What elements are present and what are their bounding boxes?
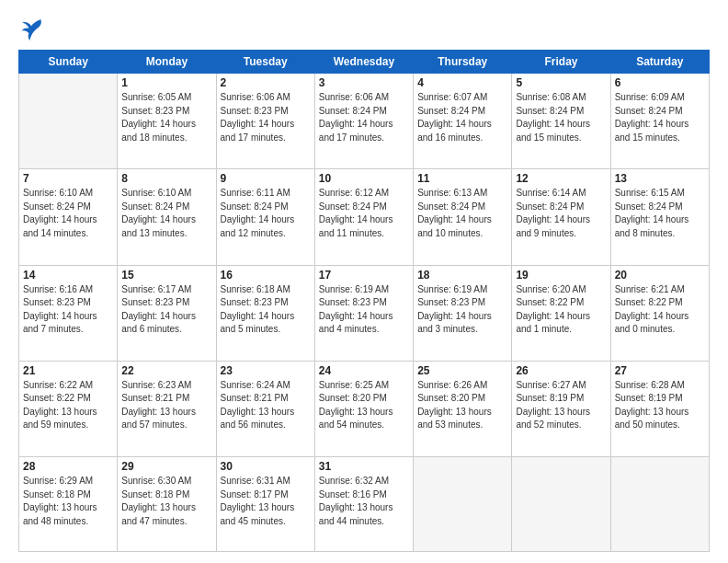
day-info: Sunrise: 6:29 AM Sunset: 8:18 PM Dayligh… [23,475,113,528]
day-info: Sunrise: 6:12 AM Sunset: 8:24 PM Dayligh… [319,187,409,240]
header [18,15,710,40]
day-number: 25 [417,364,507,377]
day-info: Sunrise: 6:21 AM Sunset: 8:22 PM Dayligh… [615,283,705,337]
day-number: 17 [319,269,409,282]
day-number: 26 [516,364,606,377]
day-info: Sunrise: 6:19 AM Sunset: 8:23 PM Dayligh… [417,283,507,337]
day-info: Sunrise: 6:16 AM Sunset: 8:23 PM Dayligh… [23,283,113,337]
calendar-cell: 21Sunrise: 6:22 AM Sunset: 8:22 PM Dayli… [19,361,118,456]
day-info: Sunrise: 6:09 AM Sunset: 8:24 PM Dayligh… [615,91,705,144]
day-number: 31 [319,460,409,473]
calendar-cell: 20Sunrise: 6:21 AM Sunset: 8:22 PM Dayli… [610,265,709,361]
calendar-cell: 17Sunrise: 6:19 AM Sunset: 8:23 PM Dayli… [314,265,413,361]
day-info: Sunrise: 6:23 AM Sunset: 8:21 PM Dayligh… [121,379,211,432]
calendar-cell: 18Sunrise: 6:19 AM Sunset: 8:23 PM Dayli… [414,265,512,361]
day-number: 19 [516,269,606,282]
logo-bird-icon [18,15,44,40]
day-number: 20 [615,269,705,282]
calendar-cell: 9Sunrise: 6:11 AM Sunset: 8:24 PM Daylig… [216,169,314,265]
day-info: Sunrise: 6:08 AM Sunset: 8:24 PM Dayligh… [516,91,606,144]
day-number: 29 [121,460,211,473]
calendar-cell: 14Sunrise: 6:16 AM Sunset: 8:23 PM Dayli… [19,265,118,361]
day-info: Sunrise: 6:14 AM Sunset: 8:24 PM Dayligh… [516,187,606,240]
day-number: 5 [516,76,606,89]
day-info: Sunrise: 6:11 AM Sunset: 8:24 PM Dayligh… [221,187,311,240]
calendar-cell: 12Sunrise: 6:14 AM Sunset: 8:24 PM Dayli… [512,169,610,265]
calendar-cell: 15Sunrise: 6:17 AM Sunset: 8:23 PM Dayli… [118,265,216,361]
day-number: 12 [516,172,606,185]
day-number: 24 [319,364,409,377]
calendar-cell: 5Sunrise: 6:08 AM Sunset: 8:24 PM Daylig… [512,74,610,169]
day-info: Sunrise: 6:20 AM Sunset: 8:22 PM Dayligh… [516,283,606,337]
calendar-cell: 24Sunrise: 6:25 AM Sunset: 8:20 PM Dayli… [314,361,413,456]
day-number: 22 [121,364,211,377]
day-info: Sunrise: 6:24 AM Sunset: 8:21 PM Dayligh… [221,379,311,432]
day-info: Sunrise: 6:27 AM Sunset: 8:19 PM Dayligh… [516,379,606,432]
calendar-cell: 22Sunrise: 6:23 AM Sunset: 8:21 PM Dayli… [118,361,216,456]
calendar-cell: 1Sunrise: 6:05 AM Sunset: 8:23 PM Daylig… [118,74,216,169]
calendar-cell [19,74,118,169]
calendar-cell: 4Sunrise: 6:07 AM Sunset: 8:24 PM Daylig… [414,74,512,169]
weekday-header-row: SundayMondayTuesdayWednesdayThursdayFrid… [19,51,710,74]
calendar-cell: 11Sunrise: 6:13 AM Sunset: 8:24 PM Dayli… [414,169,512,265]
calendar-cell: 19Sunrise: 6:20 AM Sunset: 8:22 PM Dayli… [512,265,610,361]
calendar-cell: 30Sunrise: 6:31 AM Sunset: 8:17 PM Dayli… [216,457,314,552]
weekday-header: Wednesday [314,51,413,74]
calendar-table: SundayMondayTuesdayWednesdayThursdayFrid… [18,50,710,552]
day-info: Sunrise: 6:31 AM Sunset: 8:17 PM Dayligh… [221,475,311,528]
day-info: Sunrise: 6:30 AM Sunset: 8:18 PM Dayligh… [121,475,211,528]
day-info: Sunrise: 6:17 AM Sunset: 8:23 PM Dayligh… [121,283,211,337]
day-info: Sunrise: 6:22 AM Sunset: 8:22 PM Dayligh… [23,379,113,432]
day-number: 9 [221,172,311,185]
day-number: 4 [417,76,507,89]
day-number: 14 [23,269,113,282]
calendar-cell: 28Sunrise: 6:29 AM Sunset: 8:18 PM Dayli… [19,457,118,552]
day-info: Sunrise: 6:26 AM Sunset: 8:20 PM Dayligh… [417,379,507,432]
weekday-header: Tuesday [216,51,314,74]
day-number: 28 [23,460,113,473]
day-info: Sunrise: 6:13 AM Sunset: 8:24 PM Dayligh… [417,187,507,240]
day-info: Sunrise: 6:05 AM Sunset: 8:23 PM Dayligh… [121,91,211,144]
day-number: 30 [221,460,311,473]
calendar-cell [414,457,512,552]
day-number: 3 [319,76,409,89]
weekday-header: Thursday [414,51,512,74]
calendar-cell: 6Sunrise: 6:09 AM Sunset: 8:24 PM Daylig… [610,74,709,169]
calendar-week-row: 28Sunrise: 6:29 AM Sunset: 8:18 PM Dayli… [19,457,710,552]
calendar-cell: 2Sunrise: 6:06 AM Sunset: 8:23 PM Daylig… [216,74,314,169]
day-info: Sunrise: 6:06 AM Sunset: 8:23 PM Dayligh… [221,91,311,144]
calendar-cell: 7Sunrise: 6:10 AM Sunset: 8:24 PM Daylig… [19,169,118,265]
day-number: 2 [221,76,311,89]
day-number: 27 [615,364,705,377]
day-number: 18 [417,269,507,282]
day-number: 8 [121,172,211,185]
calendar-cell: 26Sunrise: 6:27 AM Sunset: 8:19 PM Dayli… [512,361,610,456]
weekday-header: Friday [512,51,610,74]
day-info: Sunrise: 6:10 AM Sunset: 8:24 PM Dayligh… [121,187,211,240]
calendar-cell: 8Sunrise: 6:10 AM Sunset: 8:24 PM Daylig… [118,169,216,265]
calendar-cell: 29Sunrise: 6:30 AM Sunset: 8:18 PM Dayli… [118,457,216,552]
day-info: Sunrise: 6:15 AM Sunset: 8:24 PM Dayligh… [615,187,705,240]
day-info: Sunrise: 6:25 AM Sunset: 8:20 PM Dayligh… [319,379,409,432]
calendar-cell: 13Sunrise: 6:15 AM Sunset: 8:24 PM Dayli… [610,169,709,265]
calendar-cell [512,457,610,552]
calendar-cell: 10Sunrise: 6:12 AM Sunset: 8:24 PM Dayli… [314,169,413,265]
calendar-week-row: 1Sunrise: 6:05 AM Sunset: 8:23 PM Daylig… [19,74,710,169]
day-info: Sunrise: 6:18 AM Sunset: 8:23 PM Dayligh… [221,283,311,337]
calendar-cell: 23Sunrise: 6:24 AM Sunset: 8:21 PM Dayli… [216,361,314,456]
day-info: Sunrise: 6:10 AM Sunset: 8:24 PM Dayligh… [23,187,113,240]
day-number: 10 [319,172,409,185]
weekday-header: Saturday [610,51,709,74]
day-number: 21 [23,364,113,377]
calendar-cell: 16Sunrise: 6:18 AM Sunset: 8:23 PM Dayli… [216,265,314,361]
day-number: 13 [615,172,705,185]
day-number: 11 [417,172,507,185]
day-number: 23 [221,364,311,377]
day-number: 7 [23,172,113,185]
day-number: 6 [615,76,705,89]
calendar-cell: 27Sunrise: 6:28 AM Sunset: 8:19 PM Dayli… [610,361,709,456]
day-info: Sunrise: 6:06 AM Sunset: 8:24 PM Dayligh… [319,91,409,144]
calendar-week-row: 21Sunrise: 6:22 AM Sunset: 8:22 PM Dayli… [19,361,710,456]
day-info: Sunrise: 6:19 AM Sunset: 8:23 PM Dayligh… [319,283,409,337]
calendar-cell: 25Sunrise: 6:26 AM Sunset: 8:20 PM Dayli… [414,361,512,456]
